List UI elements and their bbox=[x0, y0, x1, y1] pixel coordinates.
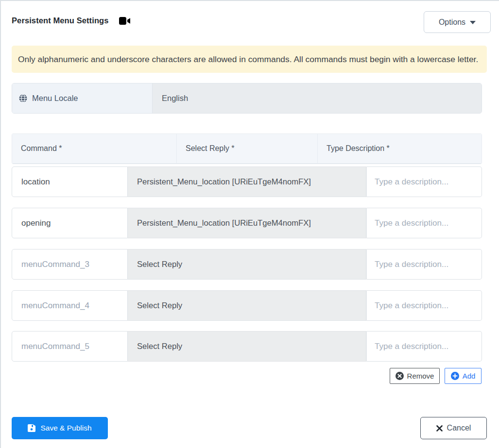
menu-locale-label: Menu Locale bbox=[12, 83, 153, 113]
remove-button-label: Remove bbox=[407, 372, 434, 380]
select-reply-1-text: Persistent_Menu_location [URiEuTgeM4nomF… bbox=[137, 177, 311, 187]
cancel-button[interactable]: Cancel bbox=[420, 417, 487, 439]
select-reply-3[interactable]: Select Reply bbox=[128, 249, 366, 280]
menu-locale-label-text: Menu Locale bbox=[32, 94, 78, 103]
menu-locale-value[interactable]: English bbox=[153, 83, 482, 113]
alert-text: Only alphanumeric and underscore charact… bbox=[18, 54, 478, 65]
row-actions: Remove Add bbox=[1, 368, 482, 384]
command-row-2: Persistent_Menu_location [URiEuTgeM4nomF… bbox=[12, 208, 482, 238]
save-publish-button[interactable]: Save & Publish bbox=[12, 417, 108, 439]
page-title: Persistent Menu Settings bbox=[12, 16, 109, 25]
column-header-type-description: Type Description * bbox=[317, 133, 482, 164]
select-reply-3-text: Select Reply bbox=[137, 260, 182, 269]
select-reply-4-text: Select Reply bbox=[137, 301, 182, 311]
column-header-command: Command * bbox=[12, 133, 176, 164]
command-row-3: Select Reply bbox=[12, 249, 482, 280]
x-icon bbox=[436, 425, 443, 431]
caret-down-icon bbox=[470, 21, 476, 24]
command-input-1[interactable] bbox=[12, 166, 128, 197]
description-input-1[interactable] bbox=[366, 166, 482, 197]
column-header-select-reply: Select Reply * bbox=[176, 133, 317, 164]
command-input-3[interactable] bbox=[12, 249, 128, 280]
save-publish-label: Save & Publish bbox=[40, 424, 91, 432]
save-icon bbox=[28, 424, 35, 432]
select-reply-1[interactable]: Persistent_Menu_location [URiEuTgeM4nomF… bbox=[128, 166, 366, 197]
table-header: Command * Select Reply * Type Descriptio… bbox=[12, 133, 482, 164]
description-input-3[interactable] bbox=[366, 249, 482, 280]
cancel-button-label: Cancel bbox=[447, 424, 471, 432]
x-circle-icon bbox=[396, 372, 404, 380]
select-reply-2[interactable]: Persistent_Menu_location [URiEuTgeM4nomF… bbox=[128, 208, 366, 238]
select-reply-2-text: Persistent_Menu_location [URiEuTgeM4nomF… bbox=[137, 218, 311, 228]
description-input-5[interactable] bbox=[366, 331, 482, 362]
command-rules-alert: Only alphanumeric and underscore charact… bbox=[12, 46, 487, 73]
select-reply-5-text: Select Reply bbox=[137, 342, 182, 351]
command-input-4[interactable] bbox=[12, 290, 128, 321]
command-row-5: Select Reply bbox=[12, 331, 482, 362]
options-button[interactable]: Options bbox=[424, 11, 491, 33]
add-button-label: Add bbox=[463, 372, 476, 380]
globe-icon bbox=[19, 94, 27, 102]
video-camera-icon bbox=[119, 17, 131, 25]
command-row-1: Persistent_Menu_location [URiEuTgeM4nomF… bbox=[12, 166, 482, 197]
options-button-label: Options bbox=[439, 18, 465, 27]
menu-locale-value-text: English bbox=[162, 94, 188, 103]
description-input-2[interactable] bbox=[366, 208, 482, 238]
menu-locale-group: Menu Locale English bbox=[12, 83, 482, 114]
persistent-menu-settings-panel: Persistent Menu Settings Options Only al… bbox=[0, 0, 499, 448]
description-input-4[interactable] bbox=[366, 290, 482, 321]
plus-circle-icon bbox=[451, 372, 459, 380]
command-row-4: Select Reply bbox=[12, 290, 482, 321]
command-input-2[interactable] bbox=[12, 208, 128, 238]
select-reply-5[interactable]: Select Reply bbox=[128, 331, 366, 362]
add-row-button[interactable]: Add bbox=[445, 368, 482, 384]
select-reply-4[interactable]: Select Reply bbox=[128, 290, 366, 321]
command-input-5[interactable] bbox=[12, 331, 128, 362]
remove-row-button[interactable]: Remove bbox=[390, 368, 440, 384]
